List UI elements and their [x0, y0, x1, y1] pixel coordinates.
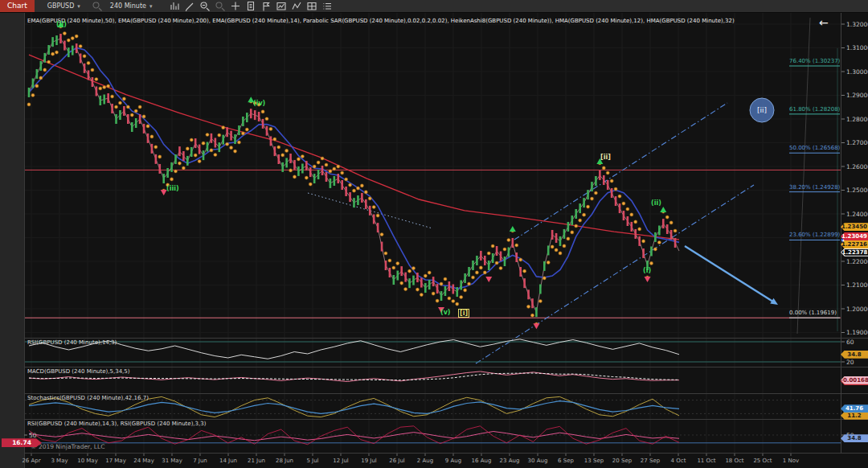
price-tick-label: 1.24000: [846, 211, 868, 218]
report-icon[interactable]: [244, 1, 258, 11]
interval-select[interactable]: 240 Minute ▾: [105, 1, 158, 11]
last-price-label: 1.22378: [841, 249, 868, 256]
chart-window-icon[interactable]: [275, 1, 289, 11]
trendline[interactable]: [476, 185, 754, 363]
chart-style-icon[interactable]: [168, 1, 182, 11]
down-fractal-icon: [485, 277, 492, 282]
wave-label: [ii]: [600, 154, 611, 161]
date-label: 20 Sep: [610, 458, 634, 464]
date-label: 5 Jul: [301, 458, 325, 464]
search-icon[interactable]: [91, 1, 104, 11]
fib-level-label: 61.80% (1.28208): [789, 106, 840, 113]
chevron-down-icon: ▾: [149, 3, 153, 10]
alert-flag-icon[interactable]: [260, 1, 273, 11]
toolbar: Chart GBPUSD ▾ 240 Minute ▾: [0, 0, 868, 13]
price-tick-label: 1.26000: [846, 163, 868, 170]
date-label: 6 Sep: [554, 458, 578, 464]
down-fractal-icon: [533, 323, 539, 329]
indicator-legend: EMA(GBPUSD (240 Minute),50), EMA(GBPUSD …: [27, 18, 735, 24]
price-axis-marker: 1.23450: [841, 223, 868, 231]
date-label: 7 Jun: [188, 458, 212, 464]
trendline[interactable]: [514, 103, 727, 240]
wave-label: (v): [440, 309, 451, 316]
stochastics-d-line: [29, 401, 679, 414]
wave-label: (i): [643, 267, 651, 274]
down-fractal-icon: [645, 277, 651, 282]
app-window: Chart GBPUSD ▾ 240 Minute ▾ [ii] EMA(GBP…: [0, 0, 868, 468]
rsi-line: [29, 339, 679, 359]
tab-chart[interactable]: Chart: [0, 0, 35, 12]
price-axis-marker: -0.00168: [841, 376, 868, 384]
price-axis-marker: 1.23049: [841, 232, 868, 240]
zoom-out-icon[interactable]: [199, 1, 212, 11]
ema50-line: [29, 47, 679, 289]
date-label: 30 Aug: [526, 458, 550, 464]
date-label: 24 May: [132, 458, 156, 464]
zigzag-icon[interactable]: [290, 1, 304, 11]
date-label: 14 Jun: [216, 458, 240, 464]
arrow-line[interactable]: [685, 246, 774, 302]
price-tick-label: 1.31000: [846, 44, 868, 51]
parabolic-sar-dots: [27, 25, 677, 326]
up-fractal-icon: [510, 226, 516, 232]
price-tick-label: 1.19000: [846, 329, 868, 336]
fib-level-label: 38.20% (1.24928): [789, 184, 840, 191]
price-wick-line: [29, 39, 679, 312]
price-axis-marker: 41.76: [841, 404, 868, 413]
panel-tick-label: 60: [846, 339, 854, 346]
date-label: 25 Oct: [751, 458, 775, 464]
properties-list-icon[interactable]: [321, 1, 334, 11]
interval-label: 240 Minute: [110, 2, 146, 10]
panel-left-marker: 16.74: [2, 438, 42, 447]
up-fractal-icon: [660, 207, 666, 212]
wave-circle-label: [ii]: [757, 106, 767, 114]
copyright: © 2019 NinjaTrader, LLC: [31, 443, 104, 450]
date-label: 12 Jul: [329, 458, 353, 464]
price-axis-marker: 11.2: [841, 412, 868, 420]
date-label: 1 Nov: [779, 458, 803, 464]
draw-icon[interactable]: [183, 1, 197, 11]
date-label: 26 Apr: [19, 458, 43, 464]
wave-label: [i]: [458, 309, 469, 318]
price-axis-marker: 1.22378: [841, 248, 868, 257]
panel-left-tick-label: 50: [29, 432, 37, 439]
date-label: 21 Jun: [244, 458, 268, 464]
panel-title-rsi2: RSI(GBPUSD (240 Minute),14,3), RSI(GBPUS…: [27, 421, 206, 427]
fib-anchor-line[interactable]: [797, 18, 810, 334]
search-icon[interactable]: [92, 1, 104, 11]
price-axis-marker: 1.22716: [841, 240, 868, 248]
price-tick-label: 1.21000: [846, 281, 868, 289]
date-label: 23 Aug: [497, 458, 522, 464]
panel-title-macd: MACD(GBPUSD (240 Minute),5,34,5): [27, 368, 130, 375]
date-label: 9 Aug: [441, 458, 465, 464]
wave-label: (iv): [253, 100, 265, 107]
date-label: 10 May: [76, 458, 100, 464]
zoom-in-icon[interactable]: [214, 1, 227, 11]
date-label: 19 Jul: [357, 458, 381, 464]
date-label: 11 Oct: [694, 458, 719, 464]
price-tick-label: 1.30000: [846, 68, 868, 76]
price-tick-label: 1.27000: [846, 139, 868, 146]
price-tick-label: 1.20000: [846, 306, 868, 313]
date-label: 18 Oct: [723, 458, 747, 464]
date-label: 27 Sep: [638, 458, 662, 464]
crosshair-icon[interactable]: [229, 1, 243, 11]
panel-title-rsi: RSI(GBPUSD (240 Minute),14,3): [27, 339, 117, 346]
date-label: 13 Sep: [582, 458, 606, 464]
back-arrow-icon[interactable]: ←: [819, 16, 829, 29]
panel-tick-label: 20: [846, 359, 854, 366]
price-tick-label: 1.29000: [846, 92, 868, 99]
wave-label: (ii): [651, 199, 661, 207]
date-label: 26 Jul: [385, 458, 409, 464]
fractal-arrows: [57, 22, 666, 329]
price-tick-label: 1.28000: [846, 116, 868, 123]
ema200-line: [29, 55, 679, 240]
price-tick-label: 1.32000: [846, 21, 868, 28]
wave-label: (ii): [56, 21, 67, 28]
grid-icon[interactable]: [305, 1, 319, 11]
date-label: 2 Aug: [413, 458, 437, 464]
date-label: 31 May: [160, 458, 184, 464]
fib-level-label: 0.00% (1.19619): [789, 310, 837, 316]
rsi14-line: [29, 432, 679, 441]
instrument-select[interactable]: GBPUSD ▾: [43, 1, 85, 11]
